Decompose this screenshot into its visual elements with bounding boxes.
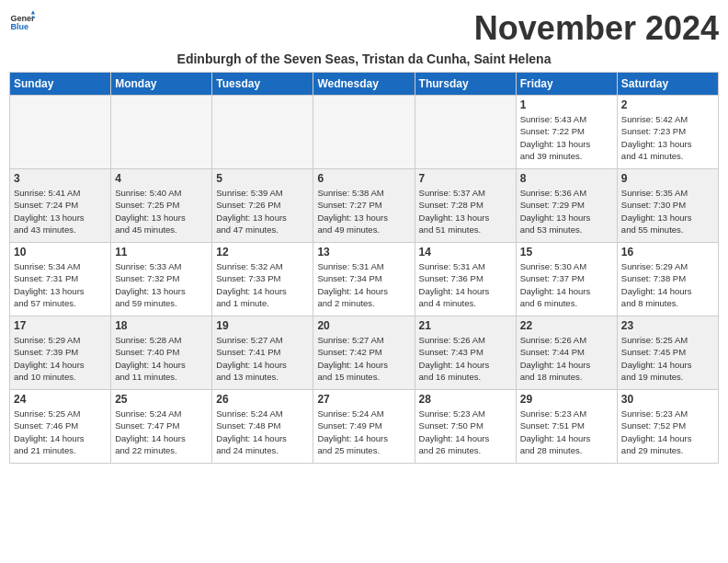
day-info: Sunrise: 5:37 AM Sunset: 7:28 PM Dayligh…: [419, 187, 512, 236]
calendar-cell: 28Sunrise: 5:23 AM Sunset: 7:50 PM Dayli…: [415, 390, 516, 464]
calendar-cell: 26Sunrise: 5:24 AM Sunset: 7:48 PM Dayli…: [212, 390, 313, 464]
day-number: 23: [621, 319, 714, 332]
calendar-table: SundayMondayTuesdayWednesdayThursdayFrid…: [9, 72, 719, 464]
day-info: Sunrise: 5:23 AM Sunset: 7:52 PM Dayligh…: [621, 408, 714, 456]
day-info: Sunrise: 5:31 AM Sunset: 7:36 PM Dayligh…: [419, 260, 512, 309]
day-info: Sunrise: 5:34 AM Sunset: 7:31 PM Dayligh…: [14, 260, 107, 309]
month-title: November 2024: [474, 9, 719, 48]
day-info: Sunrise: 5:35 AM Sunset: 7:30 PM Dayligh…: [621, 187, 714, 236]
calendar-cell: 14Sunrise: 5:31 AM Sunset: 7:36 PM Dayli…: [415, 243, 516, 316]
day-header-thursday: Thursday: [415, 73, 516, 96]
day-number: 1: [520, 98, 613, 111]
day-info: Sunrise: 5:29 AM Sunset: 7:38 PM Dayligh…: [621, 260, 714, 309]
day-number: 10: [14, 246, 107, 259]
day-number: 19: [216, 319, 309, 332]
day-info: Sunrise: 5:42 AM Sunset: 7:23 PM Dayligh…: [621, 113, 714, 162]
day-info: Sunrise: 5:43 AM Sunset: 7:22 PM Dayligh…: [520, 113, 613, 162]
day-info: Sunrise: 5:24 AM Sunset: 7:49 PM Dayligh…: [317, 408, 410, 456]
calendar-cell: 2Sunrise: 5:42 AM Sunset: 7:23 PM Daylig…: [617, 96, 718, 169]
calendar-cell: 21Sunrise: 5:26 AM Sunset: 7:43 PM Dayli…: [415, 316, 516, 390]
day-number: 29: [520, 393, 613, 406]
day-number: 30: [621, 393, 714, 406]
day-info: Sunrise: 5:26 AM Sunset: 7:44 PM Dayligh…: [520, 334, 613, 383]
calendar-cell: 7Sunrise: 5:37 AM Sunset: 7:28 PM Daylig…: [415, 169, 516, 243]
day-number: 20: [317, 319, 410, 332]
day-number: 14: [419, 246, 512, 259]
day-info: Sunrise: 5:36 AM Sunset: 7:29 PM Dayligh…: [520, 187, 613, 236]
calendar-cell: 19Sunrise: 5:27 AM Sunset: 7:41 PM Dayli…: [212, 316, 313, 390]
logo: General Blue: [9, 9, 35, 35]
calendar-cell: 18Sunrise: 5:28 AM Sunset: 7:40 PM Dayli…: [111, 316, 212, 390]
day-number: 3: [14, 172, 107, 185]
calendar-header-row: SundayMondayTuesdayWednesdayThursdayFrid…: [10, 73, 719, 96]
day-number: 8: [520, 172, 613, 185]
day-number: 22: [520, 319, 613, 332]
calendar-cell: [212, 96, 313, 169]
calendar-week-4: 17Sunrise: 5:29 AM Sunset: 7:39 PM Dayli…: [10, 316, 719, 390]
day-info: Sunrise: 5:29 AM Sunset: 7:39 PM Dayligh…: [14, 334, 107, 383]
calendar-cell: 3Sunrise: 5:41 AM Sunset: 7:24 PM Daylig…: [10, 169, 111, 243]
day-number: 21: [419, 319, 512, 332]
day-header-tuesday: Tuesday: [212, 73, 313, 96]
day-number: 9: [621, 172, 714, 185]
calendar-cell: [111, 96, 212, 169]
day-info: Sunrise: 5:31 AM Sunset: 7:34 PM Dayligh…: [317, 260, 410, 309]
day-number: 17: [14, 319, 107, 332]
day-number: 2: [621, 98, 714, 111]
calendar-cell: 4Sunrise: 5:40 AM Sunset: 7:25 PM Daylig…: [111, 169, 212, 243]
day-info: Sunrise: 5:39 AM Sunset: 7:26 PM Dayligh…: [216, 187, 309, 236]
subtitle: Edinburgh of the Seven Seas, Tristan da …: [9, 52, 719, 66]
day-info: Sunrise: 5:33 AM Sunset: 7:32 PM Dayligh…: [115, 260, 208, 309]
day-header-saturday: Saturday: [617, 73, 718, 96]
day-info: Sunrise: 5:23 AM Sunset: 7:50 PM Dayligh…: [419, 408, 512, 456]
calendar-body: 1Sunrise: 5:43 AM Sunset: 7:22 PM Daylig…: [10, 96, 719, 464]
svg-marker-2: [31, 10, 35, 14]
calendar-cell: 10Sunrise: 5:34 AM Sunset: 7:31 PM Dayli…: [10, 243, 111, 316]
day-number: 5: [216, 172, 309, 185]
day-number: 16: [621, 246, 714, 259]
calendar-cell: 15Sunrise: 5:30 AM Sunset: 7:37 PM Dayli…: [516, 243, 617, 316]
calendar-week-2: 3Sunrise: 5:41 AM Sunset: 7:24 PM Daylig…: [10, 169, 719, 243]
day-number: 28: [419, 393, 512, 406]
calendar-cell: [415, 96, 516, 169]
day-number: 13: [317, 246, 410, 259]
calendar-cell: 16Sunrise: 5:29 AM Sunset: 7:38 PM Dayli…: [617, 243, 718, 316]
day-header-friday: Friday: [516, 73, 617, 96]
day-info: Sunrise: 5:24 AM Sunset: 7:48 PM Dayligh…: [216, 408, 309, 456]
day-number: 6: [317, 172, 410, 185]
day-number: 24: [14, 393, 107, 406]
calendar-cell: 12Sunrise: 5:32 AM Sunset: 7:33 PM Dayli…: [212, 243, 313, 316]
svg-text:Blue: Blue: [10, 22, 28, 31]
svg-text:General: General: [10, 14, 35, 23]
day-number: 12: [216, 246, 309, 259]
calendar-cell: 20Sunrise: 5:27 AM Sunset: 7:42 PM Dayli…: [313, 316, 415, 390]
calendar-cell: 24Sunrise: 5:25 AM Sunset: 7:46 PM Dayli…: [10, 390, 111, 464]
calendar-cell: [10, 96, 111, 169]
day-info: Sunrise: 5:41 AM Sunset: 7:24 PM Dayligh…: [14, 187, 107, 236]
day-info: Sunrise: 5:32 AM Sunset: 7:33 PM Dayligh…: [216, 260, 309, 309]
logo-icon: General Blue: [9, 9, 35, 35]
day-number: 4: [115, 172, 208, 185]
calendar-cell: 13Sunrise: 5:31 AM Sunset: 7:34 PM Dayli…: [313, 243, 415, 316]
day-info: Sunrise: 5:27 AM Sunset: 7:42 PM Dayligh…: [317, 334, 410, 383]
calendar-cell: 5Sunrise: 5:39 AM Sunset: 7:26 PM Daylig…: [212, 169, 313, 243]
day-info: Sunrise: 5:25 AM Sunset: 7:45 PM Dayligh…: [621, 334, 714, 383]
calendar-cell: 17Sunrise: 5:29 AM Sunset: 7:39 PM Dayli…: [10, 316, 111, 390]
day-number: 18: [115, 319, 208, 332]
day-number: 11: [115, 246, 208, 259]
calendar-cell: 22Sunrise: 5:26 AM Sunset: 7:44 PM Dayli…: [516, 316, 617, 390]
day-header-wednesday: Wednesday: [313, 73, 415, 96]
header: General Blue November 2024: [9, 9, 719, 48]
calendar-cell: 25Sunrise: 5:24 AM Sunset: 7:47 PM Dayli…: [111, 390, 212, 464]
calendar-cell: [313, 96, 415, 169]
calendar-cell: 23Sunrise: 5:25 AM Sunset: 7:45 PM Dayli…: [617, 316, 718, 390]
day-number: 15: [520, 246, 613, 259]
calendar-week-3: 10Sunrise: 5:34 AM Sunset: 7:31 PM Dayli…: [10, 243, 719, 316]
calendar-week-1: 1Sunrise: 5:43 AM Sunset: 7:22 PM Daylig…: [10, 96, 719, 169]
day-info: Sunrise: 5:28 AM Sunset: 7:40 PM Dayligh…: [115, 334, 208, 383]
day-info: Sunrise: 5:26 AM Sunset: 7:43 PM Dayligh…: [419, 334, 512, 383]
calendar-cell: 30Sunrise: 5:23 AM Sunset: 7:52 PM Dayli…: [617, 390, 718, 464]
day-number: 25: [115, 393, 208, 406]
calendar-cell: 1Sunrise: 5:43 AM Sunset: 7:22 PM Daylig…: [516, 96, 617, 169]
day-number: 27: [317, 393, 410, 406]
